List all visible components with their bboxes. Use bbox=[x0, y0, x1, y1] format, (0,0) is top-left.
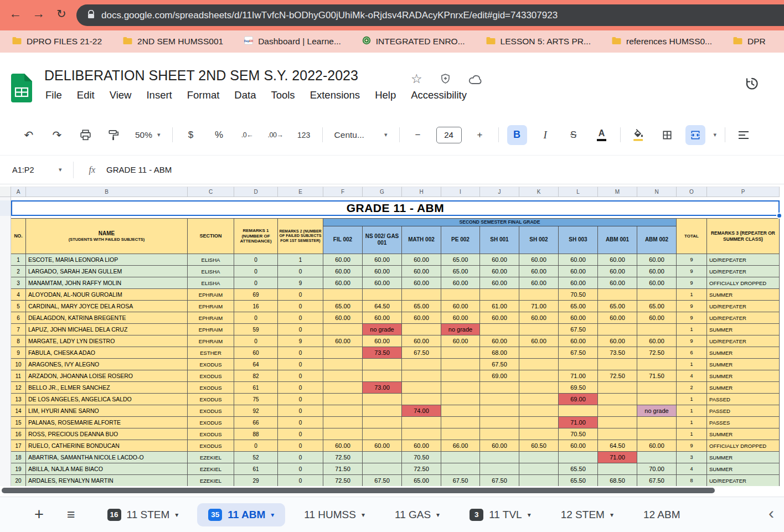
cell-grade[interactable] bbox=[323, 347, 363, 359]
cell-grade[interactable] bbox=[402, 382, 441, 394]
cell-remarks1[interactable]: 0 bbox=[234, 312, 278, 324]
cell-grade[interactable] bbox=[480, 463, 519, 475]
bookmark-2nd-sem-humss001[interactable]: 2ND SEM HUMSS001 bbox=[116, 34, 230, 49]
cell-no[interactable]: 3 bbox=[11, 277, 26, 289]
cell-grade[interactable]: 72.50 bbox=[598, 370, 637, 382]
cell-remarks1[interactable]: 61 bbox=[234, 382, 278, 394]
cell-grade[interactable]: 71.00 bbox=[559, 417, 598, 428]
cell-no[interactable]: 12 bbox=[11, 382, 26, 394]
cell-grade[interactable] bbox=[598, 324, 637, 335]
column-header-e[interactable]: E bbox=[278, 187, 323, 197]
cell-remarks1[interactable]: 16 bbox=[234, 301, 278, 312]
header-subject-math-002[interactable]: MATH 002 bbox=[402, 226, 441, 254]
cell-grade[interactable]: 71.50 bbox=[637, 370, 677, 382]
horizontal-align-icon[interactable] bbox=[734, 125, 754, 145]
format-currency-button[interactable]: $ bbox=[181, 125, 201, 145]
cell-remarks3[interactable]: SUMMER bbox=[707, 370, 780, 382]
cell-grade[interactable]: 60.00 bbox=[598, 277, 637, 289]
cell-name[interactable]: FABULA, CHESKA ADAO bbox=[26, 347, 188, 359]
header-name[interactable]: NAME (STUDENTS WITH FAILED SUBJECTS) bbox=[26, 219, 188, 254]
cell-grade[interactable]: 65.00 bbox=[441, 266, 480, 277]
cell-grade[interactable]: no grade bbox=[363, 324, 402, 335]
corner-box[interactable] bbox=[0, 187, 11, 197]
increase-decimal-button[interactable]: .00→ bbox=[266, 125, 286, 145]
cell-remarks1[interactable]: 88 bbox=[234, 428, 278, 440]
cell-grade[interactable] bbox=[323, 417, 363, 428]
cell-remarks3[interactable]: SUMMER bbox=[707, 463, 780, 475]
sheet-tab-11-gas[interactable]: 11 GAS▾ bbox=[384, 503, 451, 526]
cell-grade[interactable] bbox=[363, 452, 402, 463]
cell-name[interactable]: MANAMTAM, JOHN RAFFY MOLIN bbox=[26, 277, 188, 289]
cell-grade[interactable]: 60.00 bbox=[637, 277, 677, 289]
cell-total[interactable]: 1 bbox=[677, 324, 707, 335]
cell-grade[interactable] bbox=[363, 405, 402, 417]
cell-grade[interactable] bbox=[441, 347, 480, 359]
cloud-status-icon[interactable] bbox=[468, 75, 483, 87]
cell-grade[interactable]: 60.00 bbox=[559, 266, 598, 277]
cell-grade[interactable]: 67.50 bbox=[637, 475, 677, 486]
cell-name[interactable]: MARGATE, LADY LYN DIESTRO bbox=[26, 335, 188, 347]
cell-grade[interactable] bbox=[441, 289, 480, 301]
cell-grade[interactable] bbox=[363, 289, 402, 301]
cell-remarks2[interactable]: 0 bbox=[278, 289, 323, 301]
zoom-select[interactable]: 50% ▾ bbox=[132, 130, 164, 140]
header-total[interactable]: TOTAL bbox=[677, 219, 707, 254]
cell-grade[interactable]: 60.00 bbox=[598, 266, 637, 277]
bookmark-references-humss0[interactable]: references HUMSS0... bbox=[605, 34, 719, 49]
cell-name[interactable]: LARGADO, SARAH JEAN GULLEM bbox=[26, 266, 188, 277]
cell-grade[interactable] bbox=[441, 359, 480, 370]
cell-no[interactable]: 5 bbox=[11, 301, 26, 312]
cell-remarks2[interactable]: 0 bbox=[278, 475, 323, 486]
cell-name[interactable]: LAPUZ, JOHN MICHAEL DELA CRUZ bbox=[26, 324, 188, 335]
cell-section[interactable]: EXODUS bbox=[188, 359, 234, 370]
cell-grade[interactable] bbox=[441, 417, 480, 428]
cell-grade[interactable] bbox=[480, 452, 519, 463]
column-header-h[interactable]: H bbox=[402, 187, 441, 197]
cell-remarks2[interactable]: 0 bbox=[278, 463, 323, 475]
cell-grade[interactable] bbox=[519, 428, 559, 440]
cell-grade[interactable]: 60.00 bbox=[323, 277, 363, 289]
cell-remarks1[interactable]: 59 bbox=[234, 324, 278, 335]
cell-grade[interactable] bbox=[363, 463, 402, 475]
cell-remarks3[interactable]: UD/REPEATER bbox=[707, 254, 780, 266]
merged-title-cell[interactable]: GRADE 11 - ABM bbox=[11, 200, 780, 216]
bookmark-dpro-files-21-22[interactable]: DPRO FILES 21-22 bbox=[6, 34, 109, 49]
refresh-icon[interactable]: ↻ bbox=[56, 8, 66, 19]
increase-font-size-button[interactable]: + bbox=[470, 125, 490, 145]
text-color-button[interactable]: A bbox=[592, 125, 612, 145]
cell-grade[interactable]: 71.00 bbox=[559, 370, 598, 382]
cell-grade[interactable]: 65.00 bbox=[402, 301, 441, 312]
cell-grade[interactable] bbox=[519, 417, 559, 428]
cell-remarks2[interactable]: 0 bbox=[278, 370, 323, 382]
cell-section[interactable]: EZEKIEL bbox=[188, 463, 234, 475]
borders-icon[interactable] bbox=[657, 125, 677, 145]
cell-no[interactable]: 14 bbox=[11, 405, 26, 417]
cell-grade[interactable] bbox=[441, 428, 480, 440]
cell-name[interactable]: ABARTIRA, SAMANTHA NICOLE LACDO-O bbox=[26, 452, 188, 463]
cell-grade[interactable]: 60.00 bbox=[323, 335, 363, 347]
paint-format-icon[interactable] bbox=[104, 125, 123, 145]
cell-grade[interactable]: 60.00 bbox=[441, 312, 480, 324]
cell-section[interactable]: EXODUS bbox=[188, 370, 234, 382]
sheet-tab-11-tvl[interactable]: 311 TVL▾ bbox=[458, 503, 542, 526]
cell-grade[interactable] bbox=[441, 405, 480, 417]
cell-grade[interactable]: 71.50 bbox=[323, 463, 363, 475]
cell-remarks2[interactable]: 0 bbox=[278, 312, 323, 324]
cell-grade[interactable]: 60.00 bbox=[441, 277, 480, 289]
cell-grade[interactable]: 60.00 bbox=[637, 312, 677, 324]
cell-total[interactable]: 3 bbox=[677, 452, 707, 463]
cell-grade[interactable] bbox=[441, 394, 480, 405]
cell-grade[interactable] bbox=[637, 289, 677, 301]
cell-section[interactable]: ELISHA bbox=[188, 277, 234, 289]
cell-grade[interactable]: 60.00 bbox=[363, 254, 402, 266]
cell-grade[interactable] bbox=[363, 428, 402, 440]
cell-remarks2[interactable]: 0 bbox=[278, 452, 323, 463]
sheet-tab-12-abm[interactable]: 12 ABM bbox=[632, 503, 692, 526]
cell-grade[interactable] bbox=[519, 324, 559, 335]
cell-grade[interactable]: 68.00 bbox=[480, 347, 519, 359]
cell-remarks3[interactable]: SUMMER bbox=[707, 382, 780, 394]
cell-grade[interactable]: 60.00 bbox=[559, 440, 598, 452]
cell-grade[interactable]: 60.00 bbox=[480, 335, 519, 347]
cell-no[interactable]: 1 bbox=[11, 254, 26, 266]
cell-grade[interactable]: 65.00 bbox=[402, 475, 441, 486]
